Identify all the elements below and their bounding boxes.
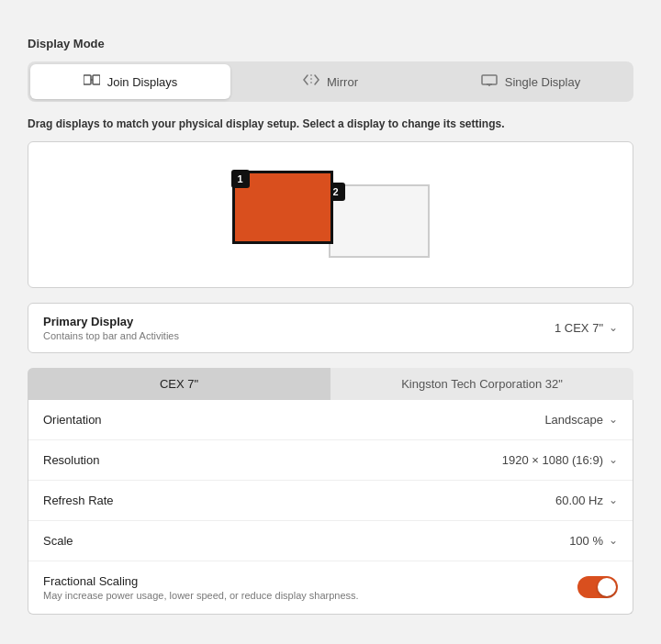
mirror-icon: [303, 73, 319, 90]
orientation-value-text: Landscape: [544, 413, 603, 427]
toggle-knob: [598, 578, 616, 596]
refresh-rate-value-dropdown[interactable]: 60.00 Hz ⌄: [555, 494, 618, 507]
drag-hint: Drag displays to match your physical dis…: [28, 117, 633, 132]
fractional-scaling-label: Fractional Scaling: [43, 574, 359, 588]
tab-join-displays[interactable]: Join Displays: [30, 64, 230, 99]
fractional-scaling-sub: May increase power usage, lower speed, o…: [43, 590, 359, 601]
primary-display-chevron-icon: ⌄: [609, 321, 618, 334]
tab-single-display[interactable]: Single Display: [431, 64, 631, 99]
primary-display-info: Primary Display Contains top bar and Act…: [43, 315, 179, 341]
primary-display-row: Primary Display Contains top bar and Act…: [28, 303, 633, 353]
svg-rect-1: [93, 75, 100, 84]
display-2-wrapper[interactable]: 2: [333, 171, 430, 258]
drag-hint-text-normal: Drag displays to match your physical dis…: [28, 117, 401, 130]
setting-row-orientation: Orientation Landscape ⌄: [28, 400, 633, 440]
tab-single-display-label: Single Display: [505, 75, 580, 89]
display-mode-tabs: Join Displays Mirror Single Display: [28, 61, 633, 102]
display-1-badge: 1: [231, 170, 250, 188]
refresh-rate-chevron-icon: ⌄: [609, 494, 618, 506]
resolution-chevron-icon: ⌄: [609, 453, 618, 466]
display-arrangement: 1 2: [232, 171, 430, 258]
refresh-rate-label: Refresh Rate: [43, 494, 114, 507]
sub-tab-cex[interactable]: CEX 7": [28, 368, 330, 400]
primary-display-value-dropdown[interactable]: 1 CEX 7" ⌄: [555, 321, 618, 335]
tab-mirror-label: Mirror: [327, 75, 358, 89]
refresh-rate-value-text: 60.00 Hz: [555, 494, 603, 507]
sub-tab-kingston[interactable]: Kingston Tech Corporation 32": [330, 368, 633, 400]
settings-panel: Orientation Landscape ⌄ Resolution 1920 …: [28, 400, 633, 615]
single-display-icon: [481, 73, 498, 90]
drag-hint-text-bold: change its settings.: [401, 117, 504, 130]
resolution-value-dropdown[interactable]: 1920 × 1080 (16:9) ⌄: [502, 453, 618, 467]
scale-chevron-icon: ⌄: [609, 534, 618, 547]
setting-row-resolution: Resolution 1920 × 1080 (16:9) ⌄: [28, 440, 633, 481]
scale-label: Scale: [43, 534, 73, 548]
orientation-label: Orientation: [43, 413, 102, 427]
display-canvas[interactable]: 1 2: [28, 141, 633, 288]
scale-value-dropdown[interactable]: 100 % ⌄: [569, 534, 618, 548]
primary-display-value-text: 1 CEX 7": [555, 321, 603, 335]
fractional-scaling-info: Fractional Scaling May increase power us…: [43, 574, 359, 601]
sub-tab-kingston-label: Kingston Tech Corporation 32": [401, 377, 563, 391]
svg-rect-0: [84, 75, 91, 84]
display-2[interactable]: 2: [329, 184, 430, 258]
setting-row-refresh-rate: Refresh Rate 60.00 Hz ⌄: [28, 481, 633, 521]
setting-row-fractional-scaling: Fractional Scaling May increase power us…: [28, 561, 633, 614]
scale-value-text: 100 %: [569, 534, 603, 548]
join-displays-icon: [84, 73, 100, 90]
resolution-label: Resolution: [43, 453, 99, 467]
resolution-value-text: 1920 × 1080 (16:9): [502, 453, 603, 467]
display-mode-title: Display Mode: [28, 37, 633, 50]
primary-display-sub: Contains top bar and Activities: [43, 330, 179, 341]
display-1[interactable]: 1: [232, 171, 333, 244]
setting-row-scale: Scale 100 % ⌄: [28, 521, 633, 561]
svg-rect-4: [482, 75, 497, 84]
sub-tab-cex-label: CEX 7": [160, 377, 198, 391]
display-sub-tabs: CEX 7" Kingston Tech Corporation 32": [28, 368, 633, 400]
settings-container: Display Mode Join Displays Mirror: [18, 18, 643, 633]
orientation-chevron-icon: ⌄: [609, 413, 618, 426]
primary-display-label: Primary Display: [43, 315, 179, 328]
display-1-wrapper[interactable]: 1: [232, 171, 333, 244]
tab-mirror[interactable]: Mirror: [230, 64, 431, 99]
orientation-value-dropdown[interactable]: Landscape ⌄: [544, 413, 618, 427]
fractional-scaling-toggle[interactable]: [577, 576, 618, 598]
tab-join-displays-label: Join Displays: [107, 75, 178, 89]
